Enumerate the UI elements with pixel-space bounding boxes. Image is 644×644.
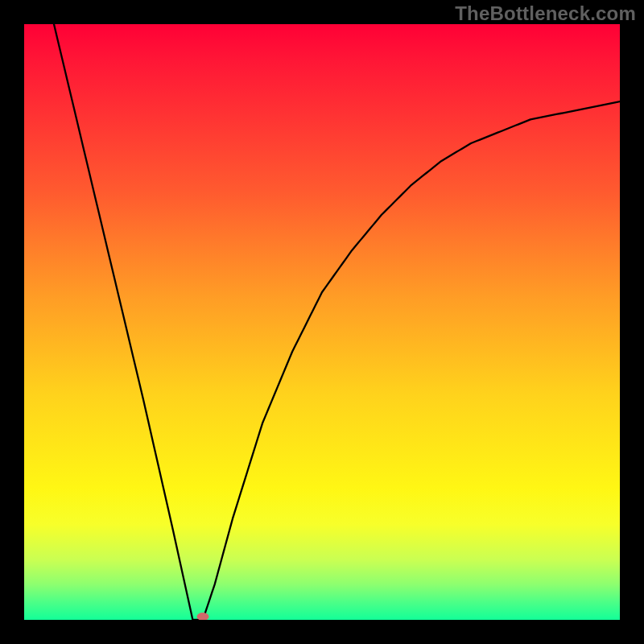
plot-area — [24, 24, 620, 620]
watermark-text: TheBottleneck.com — [455, 2, 636, 25]
minimum-marker — [197, 613, 209, 620]
curve-layer — [24, 24, 620, 620]
bottleneck-curve — [54, 24, 620, 620]
chart-frame: TheBottleneck.com — [0, 0, 644, 644]
